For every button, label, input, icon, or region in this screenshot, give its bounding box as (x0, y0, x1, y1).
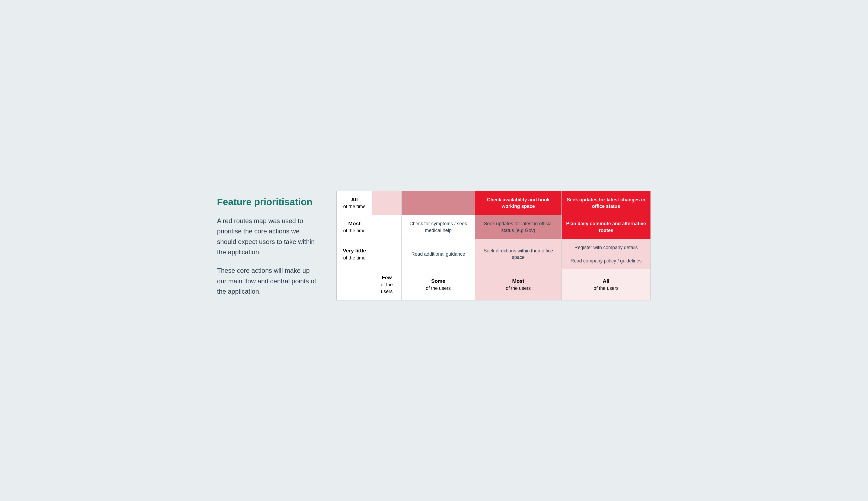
corner-cell-bottom (337, 269, 372, 300)
cell-r2c1 (372, 239, 402, 269)
cell-r2c4: Register with company detailsRead compan… (562, 239, 650, 269)
row-header-most: Most of the time (337, 215, 372, 239)
col-header-some: Some of the users (401, 269, 475, 300)
priority-grid: All of the time Check availability and b… (337, 191, 651, 300)
table-row-col-headers: Few of the users Some of the users Most … (337, 269, 651, 300)
table-row: All of the time Check availability and b… (337, 191, 651, 215)
page-title: Feature prioritisation (217, 196, 320, 207)
cell-r1c2: Check for symptoms / seek medical help (401, 215, 475, 239)
cell-r2c3: Seek directions within their office spac… (475, 239, 562, 269)
description-1: A red routes map was used to prioritise … (217, 216, 320, 258)
col-header-few: Few of the users (372, 269, 402, 300)
table-row: Very little of the time Read additional … (337, 239, 651, 269)
cell-r0c2 (401, 191, 475, 215)
cell-r1c1 (372, 215, 402, 239)
grid-panel: All of the time Check availability and b… (336, 191, 651, 300)
cell-r0c1 (372, 191, 402, 215)
cell-r1c4: Plan daily commute and alternative route… (562, 215, 650, 239)
description-2: These core actions will make up our main… (217, 265, 320, 297)
row-header-all: All of the time (337, 191, 372, 215)
row-header-verylittle: Very little of the time (337, 239, 372, 269)
table-row: Most of the time Check for symptoms / se… (337, 215, 651, 239)
cell-r0c4: Seek updates for latest changes in offic… (562, 191, 650, 215)
col-header-most: Most of the users (475, 269, 562, 300)
left-panel: Feature prioritisation A red routes map … (217, 191, 320, 310)
cell-r2c2: Read additional guidance (401, 239, 475, 269)
col-header-all: All of the users (562, 269, 650, 300)
cell-r0c3: Check availability and book working spac… (475, 191, 562, 215)
page-container: Feature prioritisation A red routes map … (217, 191, 651, 310)
cell-r1c3: Seek updates for latest in official stat… (475, 215, 562, 239)
